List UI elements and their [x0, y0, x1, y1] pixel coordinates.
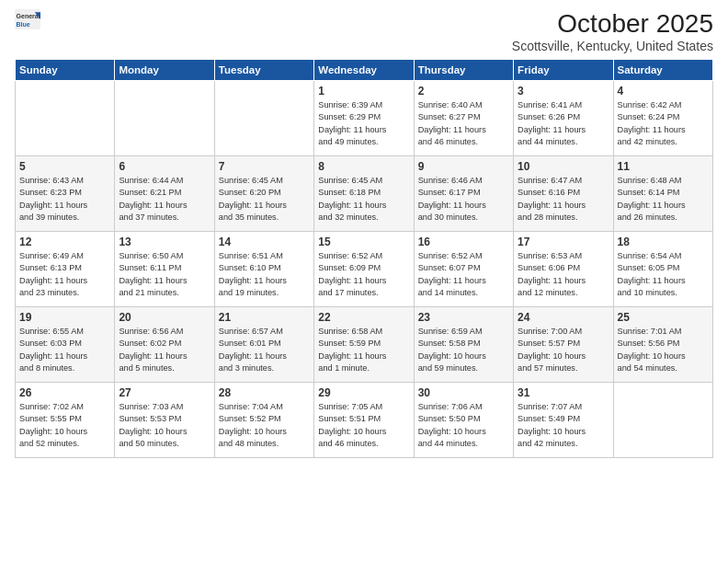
day-info: Sunrise: 6:45 AM Sunset: 6:18 PM Dayligh…	[318, 175, 409, 224]
calendar-cell: 21Sunrise: 6:57 AM Sunset: 6:01 PM Dayli…	[214, 307, 313, 383]
day-number: 23	[418, 311, 509, 324]
day-number: 12	[19, 236, 110, 248]
calendar-table: SundayMondayTuesdayWednesdayThursdayFrid…	[15, 59, 713, 458]
day-info: Sunrise: 6:48 AM Sunset: 6:14 PM Dayligh…	[618, 175, 709, 224]
day-info: Sunrise: 6:59 AM Sunset: 5:58 PM Dayligh…	[418, 326, 509, 374]
day-info: Sunrise: 6:49 AM Sunset: 6:13 PM Dayligh…	[19, 250, 110, 299]
day-number: 29	[318, 386, 409, 399]
title-area: October 2025 Scottsville, Kentucky, Unit…	[512, 9, 713, 53]
calendar-cell: 28Sunrise: 7:04 AM Sunset: 5:52 PM Dayli…	[214, 383, 313, 458]
day-info: Sunrise: 7:02 AM Sunset: 5:55 PM Dayligh…	[19, 401, 110, 450]
day-info: Sunrise: 6:45 AM Sunset: 6:20 PM Dayligh…	[219, 175, 310, 224]
calendar-cell	[613, 383, 712, 458]
day-header-tuesday: Tuesday	[214, 60, 313, 81]
calendar-cell: 17Sunrise: 6:53 AM Sunset: 6:06 PM Dayli…	[514, 232, 613, 307]
calendar-cell: 7Sunrise: 6:45 AM Sunset: 6:20 PM Daylig…	[214, 156, 313, 232]
calendar-cell: 12Sunrise: 6:49 AM Sunset: 6:13 PM Dayli…	[16, 232, 115, 307]
calendar-cell: 6Sunrise: 6:44 AM Sunset: 6:21 PM Daylig…	[115, 156, 214, 232]
day-info: Sunrise: 7:04 AM Sunset: 5:52 PM Dayligh…	[219, 401, 310, 450]
day-number: 8	[318, 160, 409, 173]
calendar-cell	[16, 81, 115, 156]
day-info: Sunrise: 6:42 AM Sunset: 6:24 PM Dayligh…	[618, 99, 709, 148]
day-info: Sunrise: 6:44 AM Sunset: 6:21 PM Dayligh…	[119, 175, 210, 224]
calendar-cell: 29Sunrise: 7:05 AM Sunset: 5:51 PM Dayli…	[314, 383, 414, 458]
day-info: Sunrise: 6:40 AM Sunset: 6:27 PM Dayligh…	[418, 99, 509, 148]
day-header-saturday: Saturday	[613, 60, 712, 81]
day-header-thursday: Thursday	[414, 60, 513, 81]
day-info: Sunrise: 7:01 AM Sunset: 5:56 PM Dayligh…	[618, 326, 709, 374]
calendar-cell: 24Sunrise: 7:00 AM Sunset: 5:57 PM Dayli…	[514, 307, 613, 383]
calendar-cell: 15Sunrise: 6:52 AM Sunset: 6:09 PM Dayli…	[314, 232, 414, 307]
day-number: 19	[19, 311, 110, 324]
calendar-cell: 9Sunrise: 6:46 AM Sunset: 6:17 PM Daylig…	[414, 156, 513, 232]
day-info: Sunrise: 7:07 AM Sunset: 5:49 PM Dayligh…	[518, 401, 609, 450]
page-container: General Blue October 2025 Scottsville, K…	[0, 0, 728, 465]
day-number: 9	[418, 160, 509, 173]
calendar-cell: 11Sunrise: 6:48 AM Sunset: 6:14 PM Dayli…	[613, 156, 712, 232]
calendar-cell: 1Sunrise: 6:39 AM Sunset: 6:29 PM Daylig…	[314, 81, 414, 156]
logo: General Blue	[15, 9, 40, 29]
calendar-cell: 4Sunrise: 6:42 AM Sunset: 6:24 PM Daylig…	[613, 81, 712, 156]
calendar-cell: 10Sunrise: 6:47 AM Sunset: 6:16 PM Dayli…	[514, 156, 613, 232]
day-number: 7	[219, 160, 310, 173]
day-info: Sunrise: 6:57 AM Sunset: 6:01 PM Dayligh…	[219, 326, 310, 374]
calendar-cell: 22Sunrise: 6:58 AM Sunset: 5:59 PM Dayli…	[314, 307, 414, 383]
day-info: Sunrise: 7:00 AM Sunset: 5:57 PM Dayligh…	[518, 326, 609, 374]
calendar-cell: 19Sunrise: 6:55 AM Sunset: 6:03 PM Dayli…	[16, 307, 115, 383]
day-info: Sunrise: 6:47 AM Sunset: 6:16 PM Dayligh…	[518, 175, 609, 224]
day-info: Sunrise: 7:03 AM Sunset: 5:53 PM Dayligh…	[119, 401, 210, 450]
calendar-cell: 14Sunrise: 6:51 AM Sunset: 6:10 PM Dayli…	[214, 232, 313, 307]
day-number: 4	[618, 85, 709, 98]
day-number: 31	[518, 386, 609, 399]
day-info: Sunrise: 6:58 AM Sunset: 5:59 PM Dayligh…	[318, 326, 409, 374]
day-info: Sunrise: 6:54 AM Sunset: 6:05 PM Dayligh…	[618, 250, 709, 299]
calendar-cell: 2Sunrise: 6:40 AM Sunset: 6:27 PM Daylig…	[414, 81, 513, 156]
header: General Blue October 2025 Scottsville, K…	[15, 9, 713, 53]
day-info: Sunrise: 6:50 AM Sunset: 6:11 PM Dayligh…	[119, 250, 210, 299]
day-header-friday: Friday	[514, 60, 613, 81]
calendar-cell: 3Sunrise: 6:41 AM Sunset: 6:26 PM Daylig…	[514, 81, 613, 156]
week-row-1: 1Sunrise: 6:39 AM Sunset: 6:29 PM Daylig…	[16, 81, 713, 156]
day-number: 21	[219, 311, 310, 324]
logo-icon: General Blue	[15, 9, 40, 29]
calendar-cell	[214, 81, 313, 156]
day-number: 1	[318, 85, 409, 98]
day-number: 27	[119, 386, 210, 399]
week-row-3: 12Sunrise: 6:49 AM Sunset: 6:13 PM Dayli…	[16, 232, 713, 307]
calendar-cell: 30Sunrise: 7:06 AM Sunset: 5:50 PM Dayli…	[414, 383, 513, 458]
day-number: 2	[418, 85, 509, 98]
week-row-2: 5Sunrise: 6:43 AM Sunset: 6:23 PM Daylig…	[16, 156, 713, 232]
day-number: 15	[318, 236, 409, 248]
day-number: 16	[418, 236, 509, 248]
calendar-cell: 25Sunrise: 7:01 AM Sunset: 5:56 PM Dayli…	[613, 307, 712, 383]
day-number: 30	[418, 386, 509, 399]
calendar-cell: 31Sunrise: 7:07 AM Sunset: 5:49 PM Dayli…	[514, 383, 613, 458]
calendar-cell: 23Sunrise: 6:59 AM Sunset: 5:58 PM Dayli…	[414, 307, 513, 383]
days-header-row: SundayMondayTuesdayWednesdayThursdayFrid…	[16, 60, 713, 81]
calendar-cell: 20Sunrise: 6:56 AM Sunset: 6:02 PM Dayli…	[115, 307, 214, 383]
day-number: 20	[119, 311, 210, 324]
day-number: 28	[219, 386, 310, 399]
day-header-monday: Monday	[115, 60, 214, 81]
day-info: Sunrise: 6:43 AM Sunset: 6:23 PM Dayligh…	[19, 175, 110, 224]
calendar-cell: 26Sunrise: 7:02 AM Sunset: 5:55 PM Dayli…	[16, 383, 115, 458]
day-info: Sunrise: 6:55 AM Sunset: 6:03 PM Dayligh…	[19, 326, 110, 374]
day-info: Sunrise: 6:56 AM Sunset: 6:02 PM Dayligh…	[119, 326, 210, 374]
day-info: Sunrise: 6:39 AM Sunset: 6:29 PM Dayligh…	[318, 99, 409, 148]
day-number: 17	[518, 236, 609, 248]
day-number: 18	[618, 236, 709, 248]
day-info: Sunrise: 6:52 AM Sunset: 6:09 PM Dayligh…	[318, 250, 409, 299]
calendar-cell: 8Sunrise: 6:45 AM Sunset: 6:18 PM Daylig…	[314, 156, 414, 232]
day-info: Sunrise: 6:46 AM Sunset: 6:17 PM Dayligh…	[418, 175, 509, 224]
day-info: Sunrise: 7:06 AM Sunset: 5:50 PM Dayligh…	[418, 401, 509, 450]
day-number: 6	[119, 160, 210, 173]
day-number: 26	[19, 386, 110, 399]
day-number: 14	[219, 236, 310, 248]
svg-text:Blue: Blue	[17, 21, 30, 28]
week-row-5: 26Sunrise: 7:02 AM Sunset: 5:55 PM Dayli…	[16, 383, 713, 458]
day-header-sunday: Sunday	[16, 60, 115, 81]
day-number: 13	[119, 236, 210, 248]
day-number: 25	[618, 311, 709, 324]
day-info: Sunrise: 6:53 AM Sunset: 6:06 PM Dayligh…	[518, 250, 609, 299]
day-number: 5	[19, 160, 110, 173]
